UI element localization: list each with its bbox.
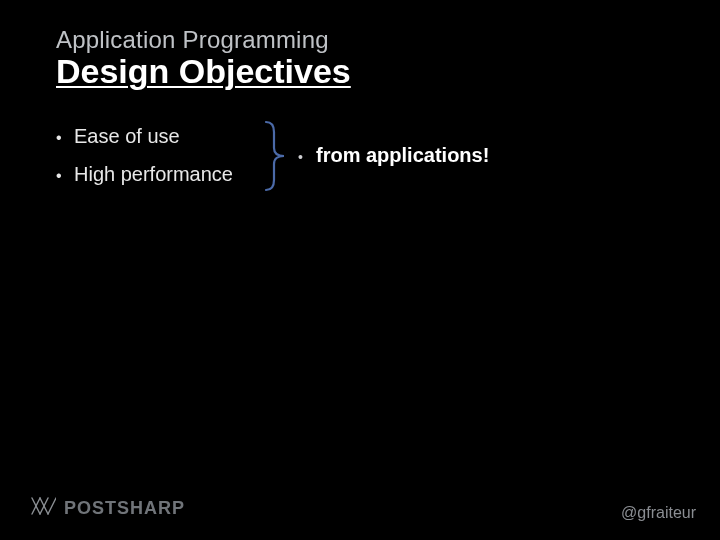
objectives-list: • Ease of use • High performance [56, 124, 266, 186]
author-handle: @gfraiteur [621, 504, 696, 522]
summary-item: • from applications! [298, 144, 489, 167]
svg-line-4 [48, 498, 56, 514]
curly-bracket-icon [260, 120, 290, 192]
summary-label: from applications! [316, 144, 489, 167]
list-item-label: Ease of use [74, 124, 180, 148]
slide: Application Programming Design Objective… [0, 0, 720, 540]
bullet-icon: • [56, 124, 74, 148]
bullet-icon: • [298, 144, 316, 167]
list-item: • Ease of use [56, 124, 266, 148]
slide-title: Design Objectives [56, 54, 351, 90]
bracket-path [266, 122, 284, 190]
title-block: Application Programming Design Objective… [56, 28, 351, 90]
bullet-icon: • [56, 162, 74, 186]
list-item-label: High performance [74, 162, 233, 186]
content-row: • Ease of use • High performance • from … [56, 124, 489, 192]
postsharp-mark-icon [30, 496, 56, 520]
slide-pretitle: Application Programming [56, 28, 351, 52]
postsharp-wordmark: POSTSHARP [64, 498, 185, 519]
list-item: • High performance [56, 162, 266, 186]
footer-logo: POSTSHARP [30, 496, 185, 520]
